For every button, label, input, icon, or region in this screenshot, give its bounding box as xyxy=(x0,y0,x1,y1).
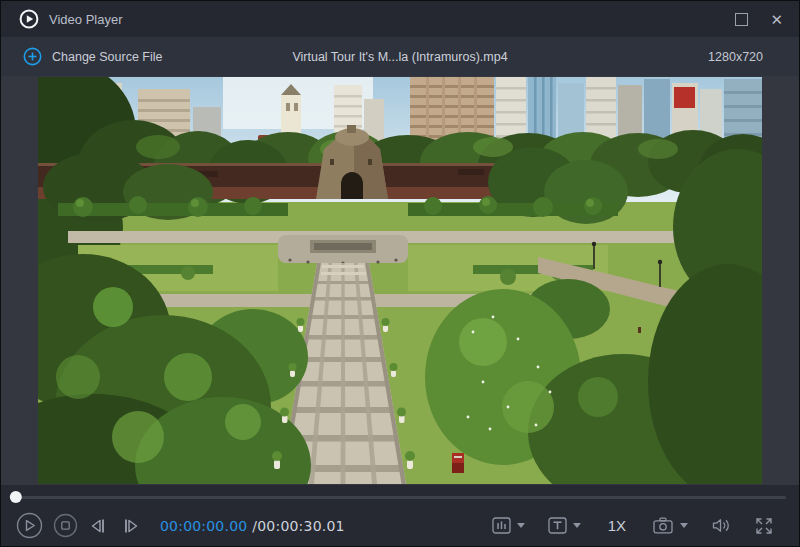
camera-icon xyxy=(653,517,674,534)
control-bar: 00:00:00.00/00:00:30.01 xyxy=(1,509,799,547)
video-filename: Virtual Tour It's M...la (Intramuros).mp… xyxy=(292,50,507,64)
video-player-window: Video Player ✕ Change Source File Virtua… xyxy=(0,0,800,547)
window-title: Video Player xyxy=(49,12,122,27)
step-forward-button[interactable] xyxy=(119,517,141,535)
seek-bar[interactable] xyxy=(1,485,799,509)
subtitle-icon xyxy=(548,517,567,534)
video-display[interactable] xyxy=(38,77,762,484)
seek-knob[interactable] xyxy=(10,491,22,503)
change-source-label: Change Source File xyxy=(52,50,162,64)
add-icon xyxy=(23,47,42,66)
maximize-button[interactable] xyxy=(735,13,748,26)
snapshot-button[interactable] xyxy=(653,517,688,534)
video-frame xyxy=(38,77,762,484)
audio-track-icon xyxy=(492,517,511,534)
window-buttons: ✕ xyxy=(735,12,783,27)
audio-track-dropdown-arrow xyxy=(517,523,525,528)
fullscreen-button[interactable] xyxy=(755,517,773,535)
subtitle-dropdown-arrow xyxy=(573,523,581,528)
audio-track-button[interactable] xyxy=(492,517,525,534)
toolbar: Change Source File Virtual Tour It's M..… xyxy=(1,37,799,76)
secondary-controls: 1X xyxy=(492,517,773,535)
fullscreen-icon xyxy=(755,517,773,535)
step-forward-icon xyxy=(119,517,141,535)
step-backward-icon xyxy=(88,517,110,535)
stop-button[interactable] xyxy=(52,512,79,539)
subtitle-button[interactable] xyxy=(548,517,581,534)
playback-speed-button[interactable]: 1X xyxy=(608,517,626,534)
close-button[interactable]: ✕ xyxy=(770,12,783,27)
play-button[interactable] xyxy=(16,512,43,539)
volume-icon xyxy=(711,517,732,534)
play-icon xyxy=(16,512,43,539)
app-play-icon xyxy=(19,9,39,29)
volume-button[interactable] xyxy=(711,517,732,534)
change-source-button[interactable]: Change Source File xyxy=(23,47,162,66)
video-resolution: 1280x720 xyxy=(708,50,763,64)
duration: 00:00:30.01 xyxy=(257,518,344,534)
current-time: 00:00:00.00 xyxy=(160,518,247,534)
titlebar: Video Player ✕ xyxy=(1,1,799,37)
stop-icon xyxy=(52,512,79,539)
step-backward-button[interactable] xyxy=(88,517,110,535)
video-stage xyxy=(1,76,799,485)
snapshot-dropdown-arrow xyxy=(680,523,688,528)
transport-controls: 00:00:00.00/00:00:30.01 xyxy=(16,512,345,539)
seek-track[interactable] xyxy=(14,496,786,499)
time-display: 00:00:00.00/00:00:30.01 xyxy=(160,518,345,534)
